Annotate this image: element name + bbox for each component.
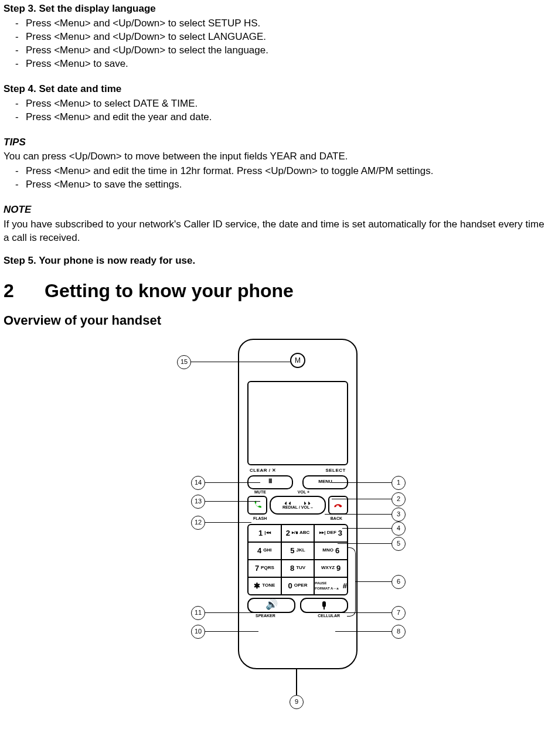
callout-11: 11 [191, 606, 205, 620]
speaker-label: SPEAKER [256, 613, 275, 618]
talk-button [247, 496, 267, 515]
flash-label: FLASH [253, 516, 267, 521]
list-item: Press <Menu> and edit the year and date. [5, 111, 551, 124]
phone-end-icon [333, 500, 343, 510]
tips-list: Press <Menu> and edit the time in 12hr f… [4, 165, 551, 192]
callout-1: 1 [391, 476, 406, 490]
handset-diagram: M CLEAR / ✕ SELECT ≣ MENU MUTE VOL + ⏴⏴⏵… [4, 333, 555, 708]
list-item: Press <Menu> and <Up/Down> to select LAN… [5, 30, 551, 44]
speaker-icon: 🔊 [265, 598, 278, 612]
list-item: Press <Menu> and <Up/Down> to select SET… [5, 17, 551, 30]
callout-14: 14 [191, 476, 205, 490]
keypad: 1|◂◂ 2▸/∎ ABC ▸▸| DEF3 4GHI 5JKL MNO6 7P… [247, 524, 348, 595]
logo-icon: M [290, 353, 305, 368]
vol-plus-label: VOL + [298, 489, 309, 495]
key-9: WXYZ9 [314, 560, 347, 577]
phone-screen [247, 381, 348, 465]
svg-rect-0 [322, 601, 326, 607]
cellular-icon [321, 601, 327, 609]
cellular-label: CELLULAR [318, 613, 340, 618]
mute-label: MUTE [254, 489, 266, 495]
list-item: Press <Menu> to save. [5, 57, 551, 71]
softkey-right-top-label: SELECT [325, 468, 346, 474]
section-title: Getting to know your phone [45, 280, 294, 301]
key-hash: PAUSE FORMAT A↔a# [314, 578, 347, 594]
key-3: ▸▸| DEF3 [314, 525, 347, 542]
list-item: Press <Menu> and edit the time in 12hr f… [5, 165, 551, 178]
callout-13: 13 [191, 495, 205, 509]
speaker-button: 🔊 [247, 598, 295, 613]
key-8: 8TUV [281, 560, 314, 577]
section-number: 2 [4, 278, 45, 304]
tips-intro: You can press <Up/Down> to move between … [4, 150, 551, 164]
key-6: MNO6 [314, 543, 347, 559]
key-5: 5JKL [281, 543, 314, 559]
key-2: 2▸/∎ ABC [281, 525, 314, 542]
callout-7: 7 [391, 606, 406, 620]
step5-title: Step 5. Your phone is now ready for use. [4, 254, 551, 268]
overview-heading: Overview of your handset [4, 312, 551, 329]
list-item: Press <Menu> to save the settings. [5, 178, 551, 192]
list-item: Press <Menu> to select DATE & TIME. [5, 97, 551, 111]
nav-pad: ⏴⏴⏵⏵ REDIAL / VOL – [270, 496, 326, 515]
list-item: Press <Menu> and <Up/Down> to select the… [5, 44, 551, 57]
note-title: NOTE [4, 203, 551, 217]
key-star: ✱TONE [248, 578, 281, 594]
step3-list: Press <Menu> and <Up/Down> to select SET… [4, 17, 551, 71]
callout-2: 2 [391, 492, 406, 506]
key-1: 1|◂◂ [248, 525, 281, 542]
step4-title: Step 4. Set date and time [4, 83, 551, 96]
callout-15: 15 [177, 355, 191, 369]
key-4: 4GHI [248, 543, 281, 559]
callout-6: 6 [391, 575, 406, 589]
callout-9: 9 [290, 695, 304, 709]
cellular-button [300, 598, 348, 613]
tips-title: TIPS [4, 136, 551, 149]
section-heading: 2Getting to know your phone [4, 278, 551, 304]
note-text: If you have subscribed to your network's… [4, 218, 551, 245]
callout-8: 8 [391, 625, 406, 639]
callout-3: 3 [391, 508, 406, 522]
back-label: BACK [331, 516, 342, 521]
svg-rect-1 [324, 607, 325, 609]
step3-title: Step 3. Set the display language [4, 2, 551, 16]
key-7: 7PQRS [248, 560, 281, 577]
callout-10: 10 [191, 625, 205, 639]
step4-list: Press <Menu> to select DATE & TIME. Pres… [4, 97, 551, 124]
softkey-left-top-label: CLEAR / ✕ [250, 468, 277, 474]
callout-4: 4 [391, 522, 406, 536]
key-0: 0OPER [281, 578, 314, 594]
callout-5: 5 [391, 537, 406, 551]
callout-12: 12 [191, 516, 205, 530]
phone-outline: M CLEAR / ✕ SELECT ≣ MENU MUTE VOL + ⏴⏴⏵… [238, 339, 357, 669]
